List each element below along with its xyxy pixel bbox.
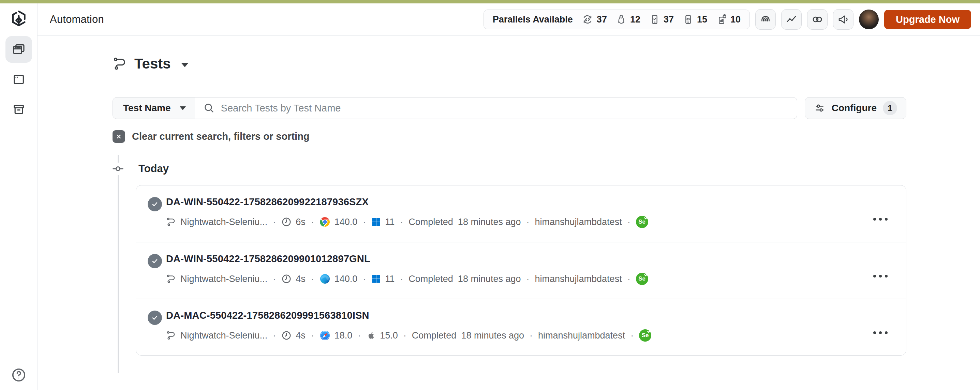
test-name[interactable]: DA-WIN-550422-1758286209901012897GNL [166, 253, 648, 264]
parallels-label: Parallels Available [493, 14, 573, 25]
configure-button[interactable]: Configure 1 [805, 97, 906, 119]
row-actions-menu-button[interactable] [869, 270, 892, 282]
title-divider [113, 85, 906, 85]
test-row[interactable]: DA-WIN-550422-1758286209922187936SZX Nig… [136, 185, 906, 242]
status-passed-icon [148, 310, 162, 325]
test-row[interactable]: DA-WIN-550422-1758286209901012897GNL Nig… [136, 242, 906, 299]
framework-route-icon [166, 274, 176, 284]
os-version: 11 [385, 274, 395, 284]
row-actions-menu-button[interactable] [869, 326, 892, 339]
clock-icon [281, 217, 291, 227]
parallels-mobile-check: 37 [649, 14, 674, 25]
selenium-badge-icon: Se [639, 330, 651, 342]
search-field-selector[interactable]: Test Name [113, 97, 195, 119]
os-version: 15.0 [380, 330, 398, 341]
parallels-linux: 12 [616, 14, 640, 25]
page-header-title: Automation [50, 13, 104, 25]
clock-icon [281, 274, 291, 284]
line-chart-icon [785, 13, 797, 25]
test-time-ago: 18 minutes ago [461, 330, 524, 341]
chrome-icon [320, 216, 331, 228]
test-name[interactable]: DA-WIN-550422-1758286209922187936SZX [166, 196, 648, 208]
browser-version: 140.0 [334, 217, 358, 228]
search-input[interactable] [221, 103, 789, 114]
link-icon [811, 13, 824, 25]
test-time-ago: 18 minutes ago [458, 217, 521, 228]
status-passed-icon [148, 254, 162, 268]
linux-icon [616, 14, 627, 25]
windows-icon [371, 274, 381, 283]
configure-label: Configure [832, 103, 877, 113]
sliders-icon [814, 102, 826, 114]
test-status: Completed [412, 330, 457, 341]
sidebar-divider [6, 357, 31, 357]
announcements-button[interactable] [833, 9, 853, 30]
selenium-badge-icon: Se [636, 273, 648, 285]
page-title: Tests [134, 56, 171, 72]
edge-icon [320, 274, 331, 284]
clear-x-icon [113, 130, 125, 143]
parallels-mobile-code: 15 [682, 14, 707, 25]
apple-icon [366, 331, 376, 340]
tests-dropdown-caret-icon[interactable] [181, 63, 189, 67]
sidebar [0, 3, 38, 390]
browser-version: 18.0 [334, 330, 353, 341]
browser-notice-strip [0, 0, 980, 3]
user-avatar[interactable] [859, 10, 879, 29]
test-duration: 4s [296, 274, 305, 284]
framework-route-icon [166, 217, 176, 227]
search-icon [203, 102, 215, 114]
parallels-device-lock: 10 [716, 14, 741, 25]
mobile-check-icon [649, 14, 660, 25]
sidebar-item-builds[interactable] [5, 36, 32, 63]
configure-count-badge: 1 [883, 101, 897, 115]
mobile-code-icon [682, 14, 694, 25]
clear-filters-button[interactable]: Clear current search, filters or sorting [113, 130, 310, 143]
test-duration: 6s [296, 217, 305, 228]
test-list: DA-WIN-550422-1758286209922187936SZX Nig… [136, 185, 906, 356]
test-timeline: Today DA-WIN-550422-1758286209922187936S… [113, 162, 906, 356]
clock-icon [281, 330, 291, 341]
upgrade-now-button[interactable]: Upgrade Now [884, 10, 971, 29]
clear-filters-label: Clear current search, filters or sorting [132, 131, 310, 142]
test-user: himanshujlambdatest [535, 274, 622, 284]
search-box[interactable] [195, 97, 797, 119]
test-name[interactable]: DA-MAC-550422-1758286209991563810ISN [166, 310, 651, 321]
os-version: 11 [385, 217, 395, 228]
test-user: himanshujlambdatest [535, 217, 622, 228]
help-icon[interactable] [8, 365, 29, 385]
sidebar-item-sessions[interactable] [5, 66, 32, 93]
integrations-button[interactable] [807, 9, 827, 30]
fingerprint-icon [759, 13, 772, 25]
parallels-web-automation: 37 [582, 14, 607, 25]
status-passed-icon [148, 197, 162, 212]
timeline-line [118, 155, 119, 373]
test-status: Completed [409, 217, 453, 228]
web-automation-icon [582, 14, 593, 25]
framework-name[interactable]: Nightwatch-Seleniu... [180, 274, 267, 284]
timeline-group-label: Today [138, 162, 169, 175]
framework-name[interactable]: Nightwatch-Seleniu... [180, 217, 267, 228]
test-status: Completed [409, 274, 453, 284]
analytics-button[interactable] [781, 9, 802, 30]
sidebar-item-archive[interactable] [5, 96, 32, 123]
browser-version: 140.0 [334, 274, 358, 284]
framework-name[interactable]: Nightwatch-Seleniu... [180, 330, 267, 341]
framework-route-icon [166, 330, 176, 341]
row-actions-menu-button[interactable] [869, 213, 892, 225]
chevron-down-icon [180, 107, 186, 110]
parallels-available-widget[interactable]: Parallels Available 37 [484, 10, 750, 29]
test-row[interactable]: DA-MAC-550422-1758286209991563810ISN Nig… [136, 299, 906, 355]
test-user: himanshujlambdatest [538, 330, 625, 341]
megaphone-icon [837, 13, 850, 25]
insights-button[interactable] [755, 9, 776, 30]
lambdatest-logo-icon[interactable] [8, 8, 29, 29]
search-field-value: Test Name [123, 103, 171, 113]
timeline-node-icon [112, 162, 124, 175]
test-duration: 4s [296, 330, 305, 341]
windows-icon [371, 217, 381, 227]
tests-route-icon [113, 56, 127, 71]
safari-icon [320, 330, 331, 341]
test-time-ago: 18 minutes ago [458, 274, 521, 284]
top-header: Automation Parallels Available 37 [38, 3, 980, 36]
